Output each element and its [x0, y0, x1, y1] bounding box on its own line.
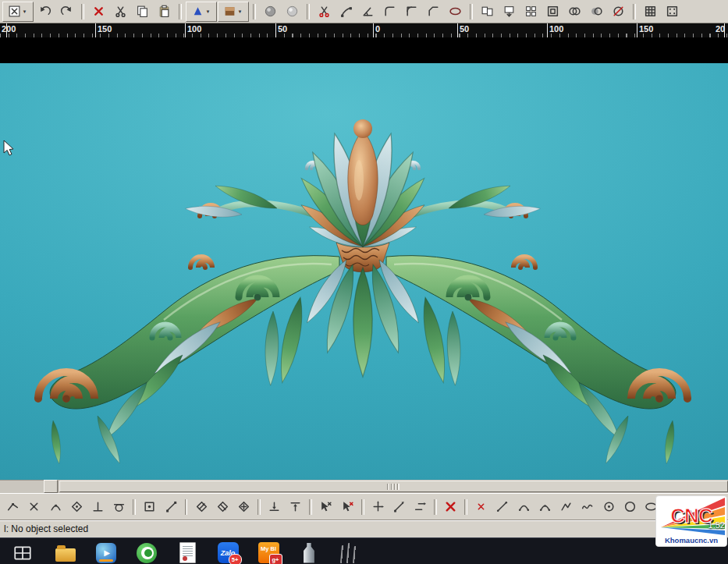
bottom-toolbar	[0, 493, 728, 520]
taskbar-item-winrar[interactable]	[329, 538, 370, 564]
delete-vector-button[interactable]	[440, 496, 461, 518]
mirror-both-button[interactable]	[233, 496, 254, 518]
tangent-snap-button[interactable]	[108, 496, 130, 518]
copy-icon	[136, 5, 149, 18]
trim-scissors-icon	[318, 5, 331, 18]
scrollbar-thumb[interactable]	[59, 481, 728, 492]
weld-vectors-button[interactable]	[564, 2, 585, 22]
dropdown-arrow-icon[interactable]	[236, 9, 243, 14]
grid-snap-button[interactable]	[640, 2, 661, 22]
redo-icon	[60, 5, 73, 18]
top-toolbar	[0, 0, 728, 23]
model-canvas[interactable]	[0, 63, 728, 480]
select-delete-icon	[319, 500, 332, 513]
grid-snap-toggle-button[interactable]	[139, 496, 160, 518]
copy-block-icon	[481, 5, 494, 18]
angle-measure-button[interactable]	[357, 2, 378, 22]
transform-nodes-button[interactable]	[368, 496, 389, 518]
toolbar-separator	[470, 4, 473, 20]
fillet-corner-button[interactable]	[379, 2, 400, 22]
taskbar-item-media-player[interactable]	[86, 538, 126, 564]
mouse-cursor	[3, 140, 16, 157]
copy-button[interactable]	[132, 2, 153, 22]
draw-line-button[interactable]	[492, 496, 513, 518]
taskbar-item-my-blog[interactable]: My Bl g+	[248, 538, 289, 564]
horizontal-scrollbar[interactable]	[0, 480, 728, 493]
draw-spline-button[interactable]	[577, 496, 598, 518]
fillet-round-button[interactable]	[401, 2, 422, 22]
my-blog-badge: g+	[269, 554, 282, 564]
grid-options-button[interactable]	[662, 2, 683, 22]
offset-block-button[interactable]	[542, 2, 563, 22]
select-vector-button[interactable]	[2, 2, 34, 22]
toolbar-separator	[633, 4, 636, 20]
delete-button[interactable]	[88, 2, 109, 22]
arc-node-button[interactable]	[44, 496, 66, 518]
sphere-render-button[interactable]	[260, 2, 281, 22]
copy-block-button[interactable]	[477, 2, 498, 22]
erase-vector-button[interactable]	[471, 496, 492, 518]
toolbar-separator	[257, 499, 261, 515]
subtract-vectors-icon	[590, 5, 603, 18]
chamfer-corner-button[interactable]	[423, 2, 444, 22]
taskbar-item-document-viewer[interactable]	[167, 538, 208, 564]
taskbar-clock: 1:52	[708, 520, 725, 530]
select-delete-red-icon	[341, 500, 354, 513]
offset-block-icon	[546, 5, 559, 18]
weld-vectors-icon	[568, 5, 581, 18]
ruler-label: 20	[716, 24, 725, 34]
cut-icon	[114, 5, 127, 18]
slice-vectors-button[interactable]	[608, 2, 629, 22]
draw-arc-button[interactable]	[513, 496, 534, 518]
scrollbar-track[interactable]	[58, 480, 728, 493]
taskbar-item-engraving-tool[interactable]	[289, 538, 329, 564]
mirror-diagonal-button[interactable]	[190, 496, 211, 518]
ruler-tick	[547, 23, 548, 37]
draw-circle-button[interactable]	[620, 496, 641, 518]
taskbar-start-button[interactable]	[0, 538, 45, 564]
ruler-label: 150	[639, 24, 653, 34]
align-bottom-icon	[268, 500, 281, 513]
node-edit-toggle-button[interactable]	[160, 496, 181, 518]
sphere-matte-button[interactable]	[282, 2, 303, 22]
perpendicular-snap-button[interactable]	[87, 496, 108, 518]
ruler-label: 50	[460, 24, 469, 34]
align-bottom-button[interactable]	[264, 496, 285, 518]
taskbar-item-file-explorer[interactable]	[45, 538, 86, 564]
fill-color-button[interactable]	[186, 2, 217, 22]
zalo-badge: 5+	[229, 554, 242, 564]
edit-nodes-button[interactable]	[2, 496, 23, 518]
draw-polyline-button[interactable]	[556, 496, 577, 518]
paste-block-button[interactable]	[499, 2, 520, 22]
undo-button[interactable]	[34, 2, 55, 22]
edit-node-arrow-button[interactable]	[336, 2, 357, 22]
cut-node-button[interactable]	[23, 496, 44, 518]
draw-arc-3pt-button[interactable]	[534, 496, 556, 518]
dropdown-arrow-icon[interactable]	[204, 9, 211, 14]
subtract-vectors-button[interactable]	[586, 2, 607, 22]
trim-scissors-button[interactable]	[314, 2, 335, 22]
snap-center-button[interactable]	[66, 496, 87, 518]
array-block-button[interactable]	[520, 2, 542, 22]
shear-nodes-button[interactable]	[410, 496, 431, 518]
dropdown-arrow-icon[interactable]	[21, 9, 28, 14]
draw-point-circle-button[interactable]	[598, 496, 619, 518]
mirror-diagonal-2-button[interactable]	[212, 496, 233, 518]
paste-button[interactable]	[154, 2, 175, 22]
align-top-button[interactable]	[285, 496, 306, 518]
select-delete-button[interactable]	[315, 496, 336, 518]
draw-circle-icon	[623, 500, 637, 513]
select-delete-red-button[interactable]	[336, 496, 357, 518]
stretch-nodes-button[interactable]	[389, 496, 410, 518]
taskbar-item-coccoc-browser[interactable]	[126, 538, 167, 564]
sphere-render-icon	[264, 5, 277, 18]
media-player-icon	[96, 543, 116, 563]
scrollbar-corner-button[interactable]	[44, 480, 58, 493]
material-fill-button[interactable]	[218, 2, 249, 22]
ellipse-tool-button[interactable]	[445, 2, 466, 22]
redo-button[interactable]	[56, 2, 77, 22]
cut-button[interactable]	[110, 2, 131, 22]
taskbar-item-zalo[interactable]: Zalo 5+	[208, 538, 248, 564]
fillet-round-icon	[405, 5, 418, 18]
draw-line-icon	[495, 500, 509, 513]
